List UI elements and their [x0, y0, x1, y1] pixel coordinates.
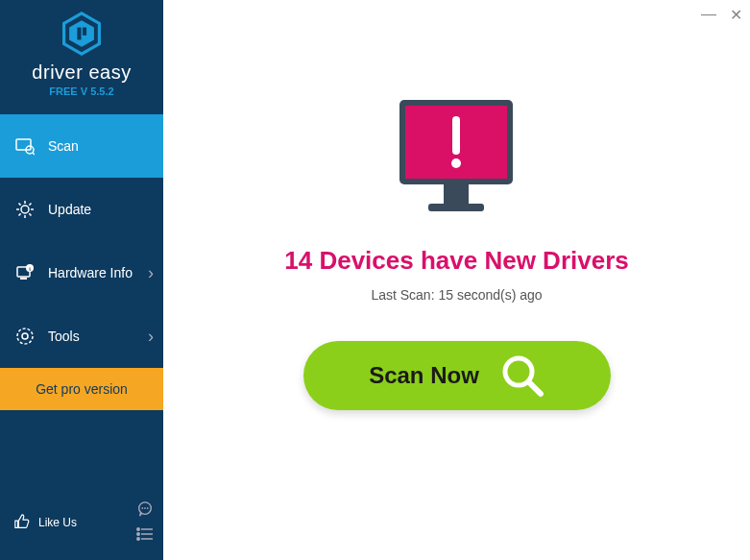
- svg-line-13: [29, 213, 31, 215]
- logo-section: driver easy FREE V 5.5.2: [0, 0, 163, 114]
- brand-logo-icon: [60, 12, 104, 56]
- svg-rect-2: [77, 28, 81, 40]
- svg-point-24: [144, 507, 146, 509]
- sidebar-item-hardware-info[interactable]: i Hardware Info ›: [0, 241, 163, 304]
- magnify-icon: [500, 353, 544, 398]
- sidebar-bottom: Like Us: [0, 487, 163, 560]
- close-button[interactable]: ✕: [730, 6, 742, 24]
- svg-line-15: [29, 204, 31, 206]
- sidebar-item-label: Scan: [48, 138, 79, 154]
- nav-items: Scan Update i Hardware Info › Tools › Ge…: [0, 114, 163, 487]
- status-headline: 14 Devices have New Drivers: [284, 246, 628, 276]
- menu-icon[interactable]: [136, 527, 154, 545]
- svg-point-26: [137, 528, 139, 530]
- svg-point-7: [21, 206, 29, 213]
- brand-name: driver easy: [32, 61, 131, 84]
- svg-point-20: [17, 329, 33, 344]
- svg-point-23: [141, 507, 143, 509]
- monitor-alert-icon: [396, 96, 517, 221]
- last-scan-text: Last Scan: 15 second(s) ago: [371, 287, 542, 303]
- svg-rect-35: [444, 184, 469, 204]
- svg-point-21: [22, 333, 28, 339]
- gear-icon: [15, 200, 35, 219]
- svg-line-12: [19, 204, 21, 206]
- minimize-button[interactable]: —: [701, 6, 716, 24]
- like-us-button[interactable]: Like Us: [13, 513, 77, 533]
- hardware-info-icon: i: [15, 263, 35, 282]
- scan-button-label: Scan Now: [369, 362, 479, 389]
- pro-button-label: Get pro version: [36, 381, 128, 397]
- sidebar-item-label: Update: [48, 202, 91, 217]
- thumbs-up-icon: [13, 513, 31, 533]
- sidebar-item-scan[interactable]: Scan: [0, 114, 163, 178]
- sidebar-item-update[interactable]: Update: [0, 178, 163, 241]
- chevron-right-icon: ›: [148, 263, 154, 283]
- svg-rect-17: [20, 278, 27, 280]
- version-label: FREE V 5.5.2: [49, 85, 113, 97]
- chevron-right-icon: ›: [148, 327, 154, 347]
- svg-marker-1: [69, 20, 94, 47]
- svg-rect-4: [16, 139, 31, 150]
- status-hero: 14 Devices have New Drivers Last Scan: 1…: [284, 96, 628, 303]
- svg-line-14: [19, 213, 21, 215]
- sidebar-item-label: Hardware Info: [48, 265, 133, 280]
- sidebar-item-label: Tools: [48, 329, 80, 344]
- feedback-icon[interactable]: [136, 500, 154, 522]
- window-controls: — ✕: [701, 6, 742, 24]
- sidebar: driver easy FREE V 5.5.2 Scan Update i H…: [0, 0, 163, 560]
- get-pro-button[interactable]: Get pro version: [0, 368, 163, 410]
- scan-icon: [15, 136, 35, 156]
- svg-point-28: [137, 533, 139, 535]
- scan-now-button[interactable]: Scan Now: [303, 341, 611, 410]
- tools-icon: [15, 327, 35, 346]
- svg-line-6: [33, 153, 35, 155]
- like-us-label: Like Us: [38, 516, 77, 529]
- main-content: — ✕ 14 Devices have New Drivers Last Sca…: [163, 0, 750, 560]
- svg-point-34: [451, 158, 461, 168]
- svg-line-38: [529, 382, 541, 394]
- svg-point-30: [137, 538, 139, 540]
- svg-rect-3: [83, 28, 86, 36]
- svg-point-25: [147, 507, 149, 509]
- svg-rect-36: [428, 204, 484, 211]
- sidebar-item-tools[interactable]: Tools ›: [0, 304, 163, 368]
- bottom-icons: [136, 500, 154, 545]
